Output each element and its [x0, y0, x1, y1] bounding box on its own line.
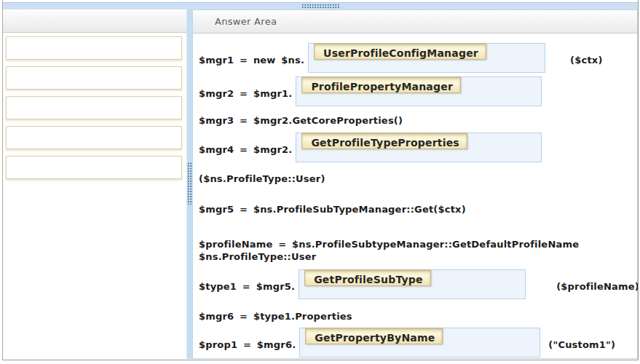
source-option-slot[interactable]: [6, 66, 182, 90]
horizontal-splitter[interactable]: [3, 2, 638, 9]
splitter-grip-icon: [301, 4, 339, 9]
source-option-slot[interactable]: [6, 126, 182, 149]
code-text: $type1 = $mgr5.: [199, 281, 295, 293]
code-line: $prop1 = $mgr6. GetPropertyByName ("Cust…: [199, 328, 636, 357]
drop-slot[interactable]: GetPropertyByName: [299, 328, 540, 357]
source-option-slot[interactable]: [6, 36, 182, 60]
source-panel-empty-area: [3, 186, 186, 360]
code-line: $profileName = $ns.ProfileSubtypeManager…: [199, 238, 636, 264]
exam-question-screen: Answer Area $mgr1 = new $ns. UserProfile…: [0, 0, 640, 364]
source-panel-header: [3, 9, 186, 33]
code-line: $type1 = $mgr5. GetProfileSubType ($prof…: [199, 269, 636, 299]
code-line: $mgr3 = $mgr2.GetCoreProperties(): [199, 115, 636, 130]
answer-area-title: Answer Area: [193, 16, 277, 27]
code-line: $mgr2 = $mgr1. ProfilePropertyManager: [199, 76, 636, 106]
code-text: $ns.ProfileType::User: [199, 250, 636, 263]
answer-chip[interactable]: GetProfileSubType: [304, 269, 431, 286]
code-text: ($profileName): [556, 281, 639, 293]
code-text: $mgr2 = $mgr1.: [199, 88, 292, 100]
answer-chip[interactable]: GetProfileTypeProperties: [301, 132, 467, 149]
source-options-panel: [3, 9, 186, 359]
answer-area-panel: Answer Area $mgr1 = new $ns. UserProfile…: [192, 9, 638, 359]
code-text: $profileName = $ns.ProfileSubtypeManager…: [199, 238, 636, 250]
code-text: ($ns.ProfileType::User): [199, 173, 325, 185]
code-line: $mgr4 = $mgr2. GetProfileTypeProperties: [199, 132, 636, 162]
source-option-slot[interactable]: [6, 96, 182, 119]
code-line: $mgr1 = new $ns. UserProfileConfigManage…: [199, 43, 636, 73]
answer-chip[interactable]: GetPropertyByName: [305, 328, 443, 344]
code-text: ("Custom1"): [548, 339, 615, 351]
code-text: $mgr4 = $mgr2.: [199, 144, 292, 156]
code-text: ($ctx): [570, 55, 602, 66]
answer-chip[interactable]: ProfilePropertyManager: [301, 76, 461, 93]
source-option-slot[interactable]: [6, 156, 182, 179]
code-text: $prop1 = $mgr6.: [199, 339, 296, 351]
code-text: $mgr3 = $mgr2.GetCoreProperties(): [199, 115, 403, 127]
answer-area-header: Answer Area: [193, 10, 637, 33]
code-text: $mgr1 = new $ns.: [199, 55, 304, 66]
code-area: $mgr1 = new $ns. UserProfileConfigManage…: [193, 33, 637, 358]
splitter-grip-icon: [187, 162, 192, 205]
answer-chip[interactable]: UserProfileConfigManager: [314, 43, 486, 60]
code-line: ($ns.ProfileType::User): [199, 173, 636, 188]
drop-slot[interactable]: GetProfileSubType: [299, 269, 526, 299]
drop-slot[interactable]: GetProfileTypeProperties: [296, 132, 542, 162]
vertical-splitter[interactable]: [186, 9, 192, 359]
source-panel-body: [3, 33, 186, 179]
drop-slot[interactable]: ProfilePropertyManager: [296, 76, 542, 106]
code-line: $mgr6 = $type1.Properties: [199, 311, 636, 325]
drop-slot[interactable]: UserProfileConfigManager: [308, 43, 545, 73]
code-text: $mgr6 = $type1.Properties: [199, 311, 352, 323]
code-text: $mgr5 = $ns.ProfileSubTypeManager::Get($…: [199, 204, 466, 215]
code-line: $mgr5 = $ns.ProfileSubTypeManager::Get($…: [199, 204, 636, 218]
